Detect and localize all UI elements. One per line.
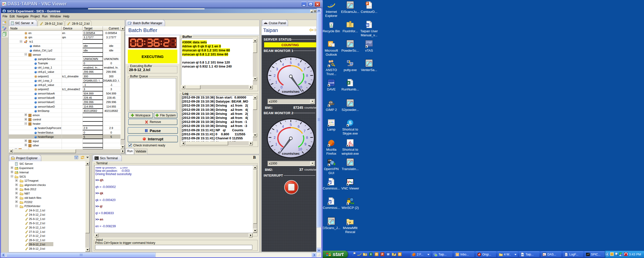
svg-text:S: S [349,120,351,125]
svg-text:1: 1 [275,80,277,84]
svg-text:6: 6 [298,62,300,67]
svg-text:P: P [366,2,368,5]
svg-text:vTAS: vTAS [367,41,372,44]
svg-text:c: c [5,4,6,6]
svg-text:c: c [351,181,353,184]
svg-text:7: 7 [304,67,306,71]
svg-text:e: e [358,252,360,256]
svg-text:5: 5 [290,61,292,65]
svg-text:5: 5 [290,123,292,127]
svg-text:2: 2 [274,74,276,78]
svg-text:8: 8 [306,74,308,78]
svg-text:P: P [17,167,18,168]
svg-text:0: 0 [280,85,283,89]
svg-text:P: P [382,253,383,256]
svg-text:O: O [376,253,378,256]
svg-text:n: n [349,180,351,184]
svg-text:counts/sec: counts/sec [282,90,300,93]
svg-text:10: 10 [298,147,302,151]
svg-text:4: 4 [282,124,284,128]
svg-text:3: 3 [276,129,278,133]
svg-text:X: X [348,81,350,84]
svg-text:9: 9 [304,80,306,84]
svg-text:counts/sec: counts/sec [282,152,300,155]
svg-text:P: P [17,171,18,173]
svg-text:O: O [329,42,332,46]
svg-text:O: O [611,253,613,256]
svg-text:1: 1 [275,142,277,146]
svg-text:X: X [370,253,372,256]
svg-text:c: c [544,254,546,256]
svg-text:4: 4 [282,62,284,67]
svg-text:e: e [330,1,333,9]
svg-text:8: 8 [306,136,308,140]
svg-text:3: 3 [276,67,278,71]
svg-text:6: 6 [298,124,300,128]
svg-text:O: O [456,253,458,256]
svg-text:W: W [387,253,389,256]
svg-text:W: W [521,253,524,256]
svg-text:DAVE: DAVE [328,82,334,84]
svg-text:9: 9 [304,142,306,146]
svg-text:O: O [399,253,401,256]
svg-text:2: 2 [274,136,276,140]
svg-text:W: W [366,24,369,27]
svg-text:7: 7 [304,129,306,133]
